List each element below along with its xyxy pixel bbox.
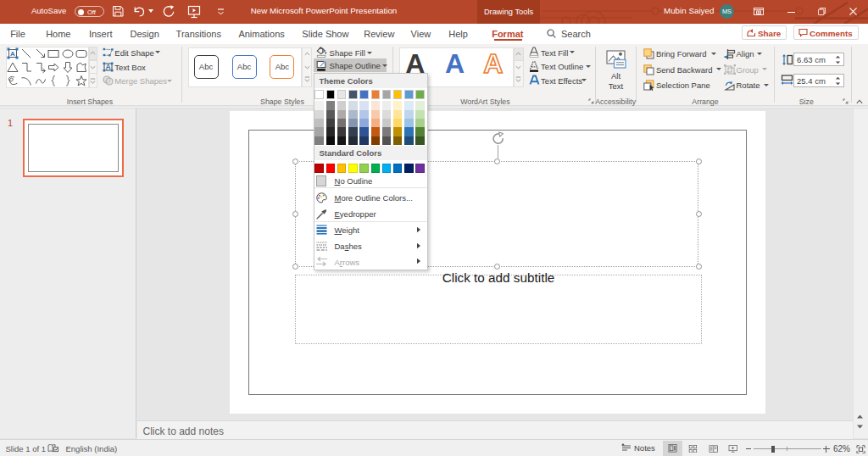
svg-text:A: A: [105, 63, 110, 71]
svg-text:A: A: [10, 50, 15, 58]
